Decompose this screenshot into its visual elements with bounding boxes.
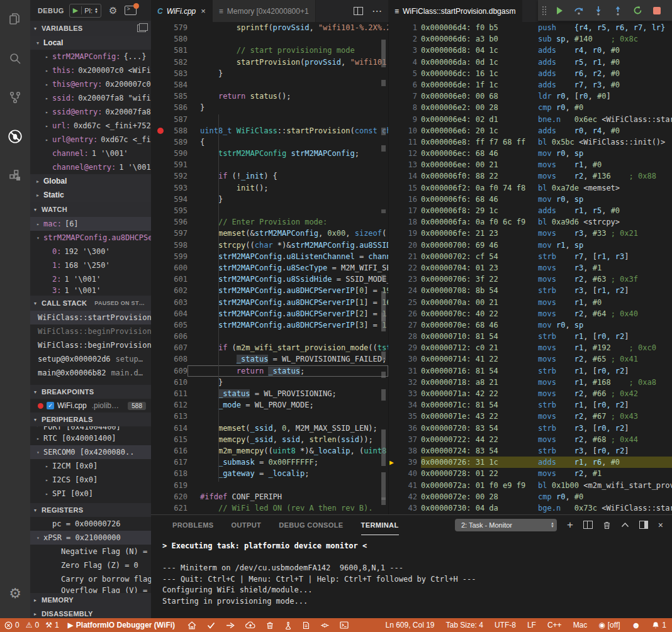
eol[interactable]: LF bbox=[527, 621, 536, 629]
code-line-609[interactable]: 609 return _status; bbox=[151, 365, 388, 377]
disasm-line-39[interactable]: ▶390x00000726: 31 1cadds r1, r6, #0 bbox=[388, 457, 672, 468]
peripheral-row[interactable]: ▸I2CS [0x0] bbox=[30, 473, 151, 487]
code-line-596[interactable]: 596 // Enter Provision mode: bbox=[151, 216, 388, 228]
watch-row[interactable]: 3:1 '\001' bbox=[30, 286, 151, 295]
panel-tab-debug-console[interactable]: DEBUG CONSOLE bbox=[279, 515, 343, 535]
scope-local[interactable]: ▾Local bbox=[30, 36, 151, 50]
variable-row[interactable]: channel@entry:1 '\001' bbox=[30, 160, 151, 174]
remote-cloud-icon[interactable] bbox=[245, 621, 255, 629]
disasm-line-17[interactable]: 170x000006f8: 29 1cadds r1, r5, #0 bbox=[388, 205, 672, 216]
code-line-601[interactable]: 601 strM2MAPConfig.u8SsidHide = SSID_MOD… bbox=[151, 274, 388, 285]
home-icon[interactable] bbox=[188, 621, 196, 629]
stack-frame[interactable]: WiFiClass::startProvision@ bbox=[30, 311, 151, 324]
disasm-line-37[interactable]: 370x00000722: 44 22movs r2, #68 ; 0x44 bbox=[388, 434, 672, 445]
code-line-621[interactable]: 621 // WiFi led ON (rev A then rev B). bbox=[151, 502, 388, 514]
code-line-611[interactable]: 611 _status = WL_PROVISIONING; bbox=[151, 388, 388, 399]
disasm-line-6[interactable]: 60x000006de: 1f 1cadds r7, r3, #0 bbox=[388, 79, 672, 91]
code-line-579[interactable]: 579 sprintf(provSsid, "wifi101-%.2X%.2X%… bbox=[151, 22, 388, 33]
code-line-610[interactable]: 610 } bbox=[151, 377, 388, 388]
disassembly-view[interactable]: 10x000006d4: f0 b5push {r4, r5, r6, r7, … bbox=[388, 22, 672, 514]
code-line-599[interactable]: 599 strM2MAPConfig.u8ListenChannel = cha… bbox=[151, 251, 388, 262]
disasm-line-10[interactable]: 100x000006e6: 20 1cadds r0, r4, #0 bbox=[388, 125, 672, 136]
variable-row[interactable]: ▸ssid:0x20007fa8 "wifi1… bbox=[30, 91, 151, 105]
code-line-607[interactable]: 607 if (m2m_wifi_start_provision_mode((t… bbox=[151, 342, 388, 353]
variable-row[interactable]: ▸ssid@entry:0x20007fa8 … bbox=[30, 105, 151, 119]
watch-row[interactable]: ▸mac:[6] bbox=[30, 217, 151, 231]
maximize-panel-chevron-icon[interactable] bbox=[621, 522, 629, 528]
platform[interactable]: Mac bbox=[573, 621, 588, 629]
configure-gear-icon[interactable]: ⚙ bbox=[109, 5, 117, 16]
tab-dbgasm[interactable]: ≡ WiFiClass::startProvision.dbgasm bbox=[388, 0, 522, 22]
tab-wifi-cpp[interactable]: C WiFi.cpp × bbox=[151, 0, 213, 22]
disasm-line-29[interactable]: 290x00000712: c0 21movs r1, #192 ; 0xc0 bbox=[388, 342, 672, 353]
variable-row[interactable]: ▸this:0x200007c0 <WiFi> bbox=[30, 64, 151, 77]
register-row[interactable]: Zero Flag (Z) = 0 bbox=[30, 558, 151, 572]
variable-row[interactable]: ▸strM2MAPConfig:{...} bbox=[30, 50, 151, 64]
kill-terminal-icon[interactable] bbox=[603, 521, 611, 529]
code-line-587[interactable]: 587 bbox=[151, 114, 388, 125]
step-out-button[interactable] bbox=[611, 4, 625, 18]
step-into-button[interactable] bbox=[591, 4, 605, 18]
scope-static[interactable]: ▸Static bbox=[30, 188, 151, 202]
breakpoint-glyph[interactable] bbox=[157, 128, 164, 134]
code-line-590[interactable]: 590 tstrM2MAPConfig strM2MAPConfig; bbox=[151, 148, 388, 159]
build-check-icon[interactable] bbox=[207, 622, 215, 629]
disasm-line-7[interactable]: 70x000006e0: 00 68ldr r0, [r0, #0] bbox=[388, 91, 672, 102]
code-line-617[interactable]: 617 _submask = 0x00FFFFFF; bbox=[151, 457, 388, 468]
new-terminal-icon[interactable]: + bbox=[567, 519, 573, 531]
disasm-line-27[interactable]: 270x0000070e: 68 46mov r0, sp bbox=[388, 319, 672, 331]
code-line-594[interactable]: 594 } bbox=[151, 194, 388, 205]
continue-button[interactable] bbox=[552, 4, 566, 18]
code-line-614[interactable]: 614 memset(_ssid, 0, M2M_MAX_SSID_LEN); bbox=[151, 423, 388, 434]
panel-tab-output[interactable]: OUTPUT bbox=[232, 515, 262, 535]
more-actions-icon[interactable]: ⋯ bbox=[372, 5, 382, 17]
code-line-616[interactable]: 616 m2m_memcpy((uint8 *)&_localip, (uint… bbox=[151, 445, 388, 457]
disasm-line-21[interactable]: 210x00000702: cf 54strb r7, [r1, r3] bbox=[388, 251, 672, 262]
disasm-line-31[interactable]: 310x00000716: 81 54strb r1, [r0, r2] bbox=[388, 365, 672, 377]
extensions-icon[interactable] bbox=[0, 156, 30, 195]
watch-row[interactable]: 0:192 '\300' bbox=[30, 245, 151, 258]
debugger-status[interactable]: ▶ PlatformIO Debugger (WiFi) bbox=[68, 621, 175, 629]
scope-global[interactable]: ▸Global bbox=[30, 174, 151, 188]
code-line-593[interactable]: 593 init(); bbox=[151, 182, 388, 194]
variable-row[interactable]: ▸url@entry:0xd67c <_fin… bbox=[30, 133, 151, 147]
watch-row[interactable]: 1:168 '\250' bbox=[30, 258, 151, 272]
search-icon[interactable] bbox=[0, 39, 30, 78]
debug-icon[interactable] bbox=[0, 117, 30, 156]
code-line-613[interactable]: 613 bbox=[151, 411, 388, 422]
disasm-line-19[interactable]: 190x000006fe: 21 23movs r3, #33 ; 0x21 bbox=[388, 228, 672, 239]
step-over-button[interactable] bbox=[572, 4, 586, 18]
disasm-line-42[interactable]: 420x0000072e: 00 28cmp r0, #0 bbox=[388, 491, 672, 502]
disasm-line-26[interactable]: 260x0000070c: 40 22movs r2, #64 ; 0x40 bbox=[388, 308, 672, 319]
peripheral-row[interactable]: ▸I2CM [0x0] bbox=[30, 459, 151, 473]
overview-ruler[interactable] bbox=[381, 22, 387, 514]
memory-section-header[interactable]: ▸MEMORY bbox=[30, 593, 151, 607]
peripheral-row[interactable]: ▾SERCOM0 [0x4200080.. bbox=[30, 445, 151, 459]
code-line-591[interactable]: 591 bbox=[151, 159, 388, 170]
watch-row[interactable]: 2:1 '\001' bbox=[30, 272, 151, 286]
feedback-smiley-icon[interactable]: ☻ bbox=[632, 620, 641, 630]
code-line-583[interactable]: 583 } bbox=[151, 68, 388, 79]
stop-button[interactable] bbox=[650, 4, 664, 18]
registers-section-header[interactable]: ▾REGISTERS bbox=[30, 503, 151, 517]
code-line-618[interactable]: 618 _gateway = _localip; bbox=[151, 468, 388, 479]
toggle-panel-icon[interactable] bbox=[639, 521, 648, 529]
breakpoints-section-header[interactable]: ▾BREAKPOINTS bbox=[30, 385, 151, 399]
disasm-line-30[interactable]: 300x00000714: 41 22movs r2, #65 ; 0x41 bbox=[388, 353, 672, 365]
stack-frame[interactable]: setup@0x000002d6setup… bbox=[30, 352, 151, 366]
peripherals-section-header[interactable]: ▾PERIPHERALS bbox=[30, 413, 151, 426]
disasm-line-12[interactable]: 120x000006ec: 68 46mov r0, sp bbox=[388, 148, 672, 159]
cursor-position[interactable]: Ln 609, Col 19 bbox=[385, 621, 434, 629]
split-editor-icon[interactable] bbox=[354, 7, 363, 15]
register-row[interactable]: Carry or borrow flag (… bbox=[30, 572, 151, 586]
test-beaker-icon[interactable] bbox=[284, 621, 292, 629]
disasm-line-43[interactable]: 430x00000730: 04 dabge.n 0x73c <WiFiClas… bbox=[388, 502, 672, 514]
disasm-line-34[interactable]: 340x0000071c: 81 54strb r1, [r0, r2] bbox=[388, 399, 672, 411]
debug-console-icon[interactable] bbox=[125, 6, 137, 15]
notifications-bell[interactable]: 1 bbox=[652, 621, 666, 629]
code-line-586[interactable]: 586} bbox=[151, 102, 388, 113]
disasm-line-41[interactable]: 410x0000072a: 01 f0 e9 f9bl 0x1b00 <m2m_… bbox=[388, 480, 672, 491]
peripheral-row[interactable]: ▸PORT [0x41004400] bbox=[30, 426, 151, 431]
monitor-off-indicator[interactable]: ◉ [off] bbox=[598, 621, 620, 629]
disasm-line-15[interactable]: 150x000006f2: 0a f0 74 f8bl 0xa7de <mems… bbox=[388, 182, 672, 194]
